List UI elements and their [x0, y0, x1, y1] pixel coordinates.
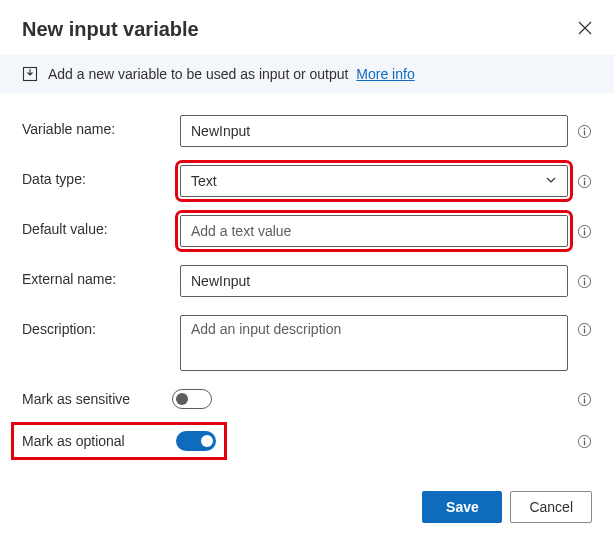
- close-icon: [578, 23, 592, 38]
- info-icon[interactable]: [576, 273, 592, 289]
- svg-rect-9: [583, 230, 584, 235]
- row-variable-name: Variable name:: [22, 115, 592, 147]
- default-value-input[interactable]: [180, 215, 568, 247]
- row-data-type: Data type: Text: [22, 165, 592, 197]
- svg-rect-6: [583, 180, 584, 185]
- cancel-button[interactable]: Cancel: [510, 491, 592, 523]
- label-mark-optional: Mark as optional: [22, 433, 164, 449]
- label-variable-name: Variable name:: [22, 115, 172, 137]
- label-mark-sensitive: Mark as sensitive: [22, 391, 172, 407]
- svg-point-11: [583, 277, 585, 279]
- row-mark-sensitive: Mark as sensitive: [22, 389, 592, 409]
- info-icon[interactable]: [576, 391, 592, 407]
- info-banner: Add a new variable to be used as input o…: [0, 55, 614, 93]
- toggle-knob: [201, 435, 213, 447]
- label-data-type: Data type:: [22, 165, 172, 187]
- download-variable-icon: [22, 66, 38, 82]
- mark-sensitive-toggle[interactable]: [172, 389, 212, 409]
- svg-point-20: [583, 437, 585, 439]
- save-button[interactable]: Save: [422, 491, 502, 523]
- svg-rect-15: [583, 328, 584, 333]
- info-icon[interactable]: [576, 321, 592, 337]
- svg-point-8: [583, 227, 585, 229]
- new-input-variable-panel: New input variable Add a new variable to…: [0, 0, 614, 537]
- label-default-value: Default value:: [22, 215, 172, 237]
- toggle-knob: [176, 393, 188, 405]
- banner-text: Add a new variable to be used as input o…: [48, 66, 415, 82]
- more-info-link[interactable]: More info: [356, 66, 414, 82]
- info-icon[interactable]: [576, 173, 592, 189]
- row-mark-optional: Mark as optional: [22, 425, 592, 457]
- panel-footer: Save Cancel: [422, 491, 592, 523]
- mark-optional-highlight: Mark as optional: [14, 425, 224, 457]
- info-icon[interactable]: [576, 223, 592, 239]
- description-input[interactable]: [180, 315, 568, 371]
- chevron-down-icon: [545, 173, 557, 189]
- label-description: Description:: [22, 315, 172, 337]
- close-button[interactable]: [578, 21, 592, 38]
- data-type-select[interactable]: Text: [180, 165, 568, 197]
- external-name-input[interactable]: [180, 265, 568, 297]
- svg-rect-21: [583, 440, 584, 445]
- row-description: Description:: [22, 315, 592, 371]
- variable-name-input[interactable]: [180, 115, 568, 147]
- info-icon[interactable]: [576, 433, 592, 449]
- data-type-value: Text: [191, 173, 217, 189]
- svg-point-2: [583, 127, 585, 129]
- form-body: Variable name: Data type: Text: [0, 93, 614, 457]
- mark-optional-toggle[interactable]: [176, 431, 216, 451]
- row-default-value: Default value:: [22, 215, 592, 247]
- svg-point-14: [583, 325, 585, 327]
- svg-point-5: [583, 177, 585, 179]
- label-external-name: External name:: [22, 265, 172, 287]
- info-icon[interactable]: [576, 123, 592, 139]
- svg-rect-3: [583, 130, 584, 135]
- panel-header: New input variable: [0, 0, 614, 55]
- row-external-name: External name:: [22, 265, 592, 297]
- svg-point-17: [583, 395, 585, 397]
- svg-rect-12: [583, 280, 584, 285]
- panel-title: New input variable: [22, 18, 199, 41]
- svg-rect-18: [583, 398, 584, 403]
